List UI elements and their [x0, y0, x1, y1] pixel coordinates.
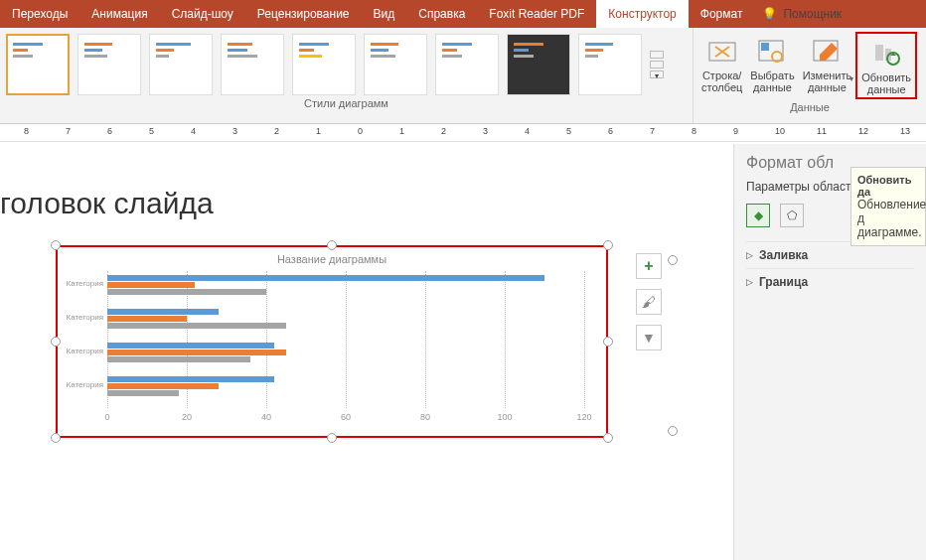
ribbon-tabs: Переходы Анимация Слайд-шоу Рецензирован… — [0, 0, 926, 28]
chart-style-7[interactable] — [435, 34, 499, 95]
chart-styles-group: ▾ Стили диаграмм — [0, 28, 694, 123]
resize-handle[interactable] — [51, 337, 61, 347]
plus-icon: + — [644, 257, 653, 275]
select-data-button[interactable]: Выбрать данные — [746, 32, 798, 99]
switch-row-col-icon — [706, 38, 738, 66]
chart-styles-label: Стили диаграмм — [0, 95, 693, 113]
slide-title-placeholder[interactable]: головок слайда — [0, 187, 214, 220]
tell-me[interactable]: 💡 Помощник — [762, 0, 842, 28]
svg-rect-5 — [875, 45, 883, 61]
chart-style-6[interactable] — [364, 34, 427, 95]
chart-object[interactable]: Название диаграммы 020406080100120Катего… — [56, 245, 608, 438]
refresh-data-icon — [870, 40, 902, 68]
bulb-icon: 💡 — [762, 7, 777, 21]
fill-line-tab[interactable]: ◆ — [746, 204, 770, 227]
pentagon-icon: ⬠ — [787, 209, 797, 222]
effects-tab[interactable]: ⬠ — [780, 204, 804, 227]
ribbon: ▾ Стили диаграмм Строка/ столбец Выбрать… — [0, 28, 926, 124]
resize-handle[interactable] — [51, 433, 61, 443]
select-data-icon — [756, 38, 788, 66]
tab-transitions[interactable]: Переходы — [0, 0, 79, 28]
chart-style-8[interactable] — [507, 34, 570, 95]
refresh-data-label: Обновить данные — [861, 71, 911, 95]
brush-icon: 🖌 — [642, 294, 656, 310]
tooltip-title: Обновить да — [857, 174, 911, 198]
tab-format[interactable]: Формат — [689, 0, 755, 28]
refresh-data-button[interactable]: Обновить данные — [855, 32, 917, 99]
data-group-label: Данные — [694, 99, 926, 117]
tooltip-body: Обновление д диаграмме. — [857, 198, 926, 239]
tab-view[interactable]: Вид — [362, 0, 407, 28]
chart-title[interactable]: Название диаграммы — [58, 247, 606, 271]
chart-elements-button[interactable]: + — [636, 253, 662, 279]
chart-filter-button[interactable]: ▼ — [636, 325, 662, 350]
tab-foxit[interactable]: Foxit Reader PDF — [477, 0, 596, 28]
chart-style-1[interactable] — [6, 34, 70, 95]
chart-styles-gallery[interactable]: ▾ — [0, 28, 693, 95]
resize-handle[interactable] — [327, 433, 337, 443]
tell-me-label: Помощник — [783, 7, 842, 21]
fill-label: Заливка — [759, 248, 808, 262]
edit-data-icon — [811, 38, 843, 66]
switch-row-col-button[interactable]: Строка/ столбец — [697, 32, 746, 99]
chevron-down-icon: ▾ — [849, 74, 853, 83]
tab-help[interactable]: Справка — [406, 0, 477, 28]
tab-review[interactable]: Рецензирование — [245, 0, 362, 28]
edit-data-label: Изменить данные — [803, 70, 852, 93]
tab-animation[interactable]: Анимация — [79, 0, 159, 28]
horizontal-ruler: 1615141312111098765432101234567891011121… — [0, 124, 926, 142]
resize-handle[interactable] — [603, 433, 613, 443]
edit-data-button[interactable]: ▾ Изменить данные — [799, 32, 856, 99]
tab-designer[interactable]: Конструктор — [596, 0, 688, 28]
chevron-right-icon: ▷ — [746, 250, 753, 260]
chart-style-3[interactable] — [149, 34, 213, 95]
svg-rect-2 — [761, 43, 769, 51]
border-label: Граница — [759, 275, 808, 289]
chart-plot-area[interactable]: 020406080100120КатегорияКатегорияКатегор… — [107, 271, 588, 422]
paint-bucket-icon: ◆ — [754, 209, 763, 222]
border-accordion[interactable]: ▷Граница — [746, 268, 914, 295]
switch-row-col-label: Строка/ столбец — [701, 70, 742, 93]
select-data-label: Выбрать данные — [750, 70, 794, 93]
tab-slideshow[interactable]: Слайд-шоу — [160, 0, 245, 28]
gallery-more[interactable]: ▾ — [650, 34, 664, 95]
chart-data-group: Строка/ столбец Выбрать данные ▾ Изменит… — [694, 28, 926, 123]
tooltip: Обновить да Обновление д диаграмме. — [850, 167, 926, 246]
chevron-right-icon: ▷ — [746, 277, 753, 287]
chart-styles-button[interactable]: 🖌 — [636, 289, 662, 315]
funnel-icon: ▼ — [642, 330, 656, 346]
chart-style-2[interactable] — [77, 34, 141, 95]
chart-style-4[interactable] — [221, 34, 284, 95]
chart-style-5[interactable] — [292, 34, 356, 95]
chart-floating-tools: + 🖌 ▼ — [636, 253, 662, 350]
chart-style-9[interactable] — [578, 34, 642, 95]
resize-handle[interactable] — [603, 337, 613, 347]
